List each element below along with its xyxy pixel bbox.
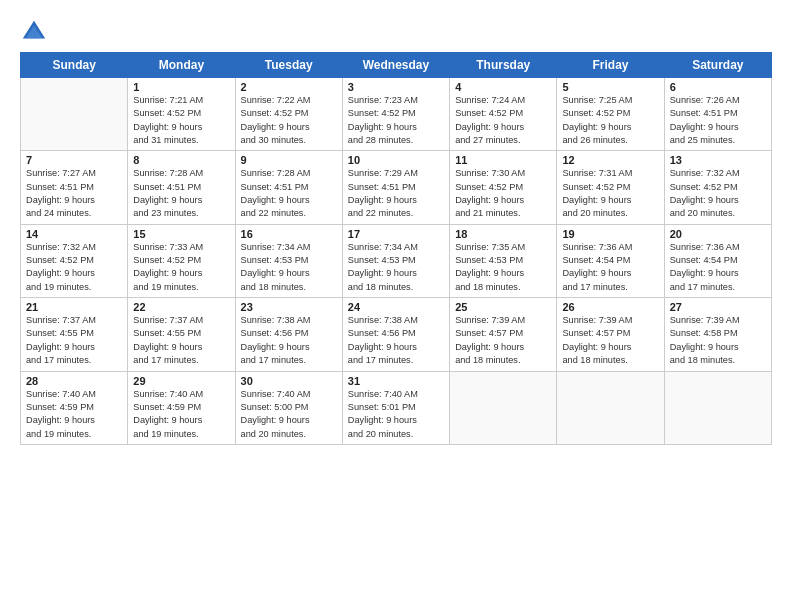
weekday-header: Thursday	[450, 53, 557, 78]
calendar-day-cell: 18Sunrise: 7:35 AMSunset: 4:53 PMDayligh…	[450, 224, 557, 297]
calendar-day-cell: 22Sunrise: 7:37 AMSunset: 4:55 PMDayligh…	[128, 298, 235, 371]
calendar-day-cell	[21, 78, 128, 151]
calendar-day-cell: 16Sunrise: 7:34 AMSunset: 4:53 PMDayligh…	[235, 224, 342, 297]
day-number: 24	[348, 301, 444, 313]
day-info: Sunrise: 7:30 AMSunset: 4:52 PMDaylight:…	[455, 167, 551, 220]
calendar: SundayMondayTuesdayWednesdayThursdayFrid…	[20, 52, 772, 445]
day-info: Sunrise: 7:27 AMSunset: 4:51 PMDaylight:…	[26, 167, 122, 220]
weekday-header: Wednesday	[342, 53, 449, 78]
day-info: Sunrise: 7:39 AMSunset: 4:58 PMDaylight:…	[670, 314, 766, 367]
day-info: Sunrise: 7:34 AMSunset: 4:53 PMDaylight:…	[348, 241, 444, 294]
header	[20, 18, 772, 46]
day-info: Sunrise: 7:24 AMSunset: 4:52 PMDaylight:…	[455, 94, 551, 147]
day-info: Sunrise: 7:37 AMSunset: 4:55 PMDaylight:…	[26, 314, 122, 367]
day-info: Sunrise: 7:36 AMSunset: 4:54 PMDaylight:…	[562, 241, 658, 294]
day-info: Sunrise: 7:39 AMSunset: 4:57 PMDaylight:…	[455, 314, 551, 367]
day-number: 22	[133, 301, 229, 313]
calendar-day-cell: 27Sunrise: 7:39 AMSunset: 4:58 PMDayligh…	[664, 298, 771, 371]
day-number: 13	[670, 154, 766, 166]
calendar-day-cell: 24Sunrise: 7:38 AMSunset: 4:56 PMDayligh…	[342, 298, 449, 371]
calendar-day-cell: 21Sunrise: 7:37 AMSunset: 4:55 PMDayligh…	[21, 298, 128, 371]
day-number: 27	[670, 301, 766, 313]
logo-icon	[20, 18, 48, 46]
day-number: 31	[348, 375, 444, 387]
calendar-week-row: 7Sunrise: 7:27 AMSunset: 4:51 PMDaylight…	[21, 151, 772, 224]
calendar-day-cell: 30Sunrise: 7:40 AMSunset: 5:00 PMDayligh…	[235, 371, 342, 444]
calendar-day-cell: 9Sunrise: 7:28 AMSunset: 4:51 PMDaylight…	[235, 151, 342, 224]
calendar-day-cell: 26Sunrise: 7:39 AMSunset: 4:57 PMDayligh…	[557, 298, 664, 371]
day-number: 5	[562, 81, 658, 93]
day-number: 19	[562, 228, 658, 240]
day-info: Sunrise: 7:37 AMSunset: 4:55 PMDaylight:…	[133, 314, 229, 367]
day-number: 30	[241, 375, 337, 387]
day-info: Sunrise: 7:32 AMSunset: 4:52 PMDaylight:…	[26, 241, 122, 294]
day-number: 21	[26, 301, 122, 313]
logo	[20, 18, 52, 46]
calendar-day-cell: 1Sunrise: 7:21 AMSunset: 4:52 PMDaylight…	[128, 78, 235, 151]
calendar-day-cell: 23Sunrise: 7:38 AMSunset: 4:56 PMDayligh…	[235, 298, 342, 371]
calendar-header-row: SundayMondayTuesdayWednesdayThursdayFrid…	[21, 53, 772, 78]
calendar-day-cell: 20Sunrise: 7:36 AMSunset: 4:54 PMDayligh…	[664, 224, 771, 297]
calendar-day-cell: 7Sunrise: 7:27 AMSunset: 4:51 PMDaylight…	[21, 151, 128, 224]
calendar-day-cell: 3Sunrise: 7:23 AMSunset: 4:52 PMDaylight…	[342, 78, 449, 151]
day-number: 28	[26, 375, 122, 387]
day-info: Sunrise: 7:40 AMSunset: 4:59 PMDaylight:…	[26, 388, 122, 441]
calendar-week-row: 28Sunrise: 7:40 AMSunset: 4:59 PMDayligh…	[21, 371, 772, 444]
calendar-week-row: 1Sunrise: 7:21 AMSunset: 4:52 PMDaylight…	[21, 78, 772, 151]
day-number: 26	[562, 301, 658, 313]
calendar-day-cell: 15Sunrise: 7:33 AMSunset: 4:52 PMDayligh…	[128, 224, 235, 297]
calendar-week-row: 14Sunrise: 7:32 AMSunset: 4:52 PMDayligh…	[21, 224, 772, 297]
calendar-day-cell: 31Sunrise: 7:40 AMSunset: 5:01 PMDayligh…	[342, 371, 449, 444]
calendar-week-row: 21Sunrise: 7:37 AMSunset: 4:55 PMDayligh…	[21, 298, 772, 371]
day-info: Sunrise: 7:28 AMSunset: 4:51 PMDaylight:…	[133, 167, 229, 220]
weekday-header: Tuesday	[235, 53, 342, 78]
day-number: 20	[670, 228, 766, 240]
calendar-day-cell: 28Sunrise: 7:40 AMSunset: 4:59 PMDayligh…	[21, 371, 128, 444]
day-info: Sunrise: 7:23 AMSunset: 4:52 PMDaylight:…	[348, 94, 444, 147]
day-number: 6	[670, 81, 766, 93]
calendar-day-cell: 12Sunrise: 7:31 AMSunset: 4:52 PMDayligh…	[557, 151, 664, 224]
day-info: Sunrise: 7:34 AMSunset: 4:53 PMDaylight:…	[241, 241, 337, 294]
weekday-header: Sunday	[21, 53, 128, 78]
day-number: 7	[26, 154, 122, 166]
day-info: Sunrise: 7:25 AMSunset: 4:52 PMDaylight:…	[562, 94, 658, 147]
calendar-day-cell: 11Sunrise: 7:30 AMSunset: 4:52 PMDayligh…	[450, 151, 557, 224]
calendar-day-cell: 4Sunrise: 7:24 AMSunset: 4:52 PMDaylight…	[450, 78, 557, 151]
day-info: Sunrise: 7:31 AMSunset: 4:52 PMDaylight:…	[562, 167, 658, 220]
day-number: 16	[241, 228, 337, 240]
day-info: Sunrise: 7:26 AMSunset: 4:51 PMDaylight:…	[670, 94, 766, 147]
weekday-header: Friday	[557, 53, 664, 78]
calendar-day-cell: 17Sunrise: 7:34 AMSunset: 4:53 PMDayligh…	[342, 224, 449, 297]
day-number: 15	[133, 228, 229, 240]
day-number: 18	[455, 228, 551, 240]
calendar-day-cell: 5Sunrise: 7:25 AMSunset: 4:52 PMDaylight…	[557, 78, 664, 151]
day-info: Sunrise: 7:21 AMSunset: 4:52 PMDaylight:…	[133, 94, 229, 147]
day-info: Sunrise: 7:36 AMSunset: 4:54 PMDaylight:…	[670, 241, 766, 294]
weekday-header: Saturday	[664, 53, 771, 78]
calendar-day-cell	[450, 371, 557, 444]
calendar-day-cell	[664, 371, 771, 444]
day-number: 11	[455, 154, 551, 166]
calendar-day-cell: 14Sunrise: 7:32 AMSunset: 4:52 PMDayligh…	[21, 224, 128, 297]
day-info: Sunrise: 7:35 AMSunset: 4:53 PMDaylight:…	[455, 241, 551, 294]
day-info: Sunrise: 7:38 AMSunset: 4:56 PMDaylight:…	[348, 314, 444, 367]
day-number: 1	[133, 81, 229, 93]
day-info: Sunrise: 7:40 AMSunset: 4:59 PMDaylight:…	[133, 388, 229, 441]
day-number: 25	[455, 301, 551, 313]
day-number: 29	[133, 375, 229, 387]
calendar-day-cell: 8Sunrise: 7:28 AMSunset: 4:51 PMDaylight…	[128, 151, 235, 224]
calendar-day-cell: 13Sunrise: 7:32 AMSunset: 4:52 PMDayligh…	[664, 151, 771, 224]
day-number: 10	[348, 154, 444, 166]
day-info: Sunrise: 7:39 AMSunset: 4:57 PMDaylight:…	[562, 314, 658, 367]
day-number: 9	[241, 154, 337, 166]
day-number: 8	[133, 154, 229, 166]
calendar-day-cell: 10Sunrise: 7:29 AMSunset: 4:51 PMDayligh…	[342, 151, 449, 224]
day-info: Sunrise: 7:33 AMSunset: 4:52 PMDaylight:…	[133, 241, 229, 294]
calendar-day-cell	[557, 371, 664, 444]
calendar-day-cell: 2Sunrise: 7:22 AMSunset: 4:52 PMDaylight…	[235, 78, 342, 151]
day-number: 4	[455, 81, 551, 93]
day-info: Sunrise: 7:29 AMSunset: 4:51 PMDaylight:…	[348, 167, 444, 220]
day-number: 17	[348, 228, 444, 240]
day-info: Sunrise: 7:22 AMSunset: 4:52 PMDaylight:…	[241, 94, 337, 147]
calendar-day-cell: 29Sunrise: 7:40 AMSunset: 4:59 PMDayligh…	[128, 371, 235, 444]
